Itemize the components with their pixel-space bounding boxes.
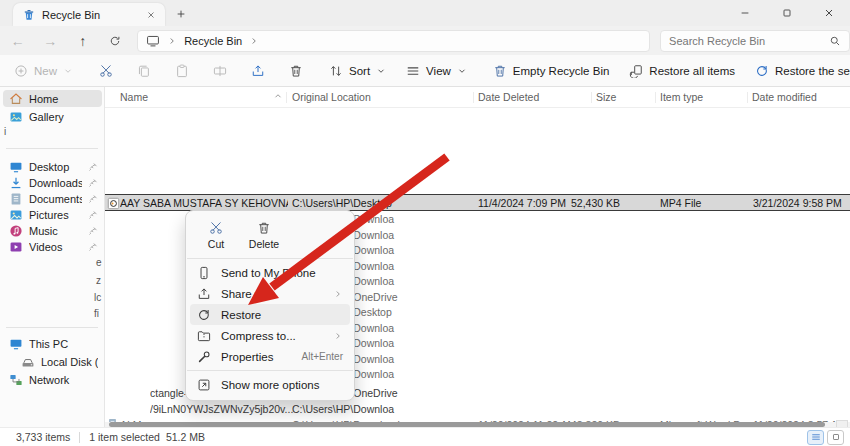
column-header-date-modified[interactable]: Date modified bbox=[752, 91, 817, 103]
chevron-right-icon bbox=[167, 36, 177, 46]
this-pc-icon bbox=[9, 337, 23, 351]
sidebar-item-music[interactable]: Music bbox=[3, 222, 102, 239]
menu-item-share-with[interactable]: Share with bbox=[190, 283, 350, 304]
sidebar-item-label: Videos bbox=[29, 241, 82, 253]
title-bar: Recycle Bin bbox=[0, 0, 850, 26]
home-icon bbox=[9, 92, 23, 106]
column-header-item-type[interactable]: Item type bbox=[660, 91, 703, 103]
cut-button[interactable] bbox=[93, 60, 119, 82]
up-button[interactable]: ↑ bbox=[70, 30, 96, 52]
restore-all-items-label: Restore all items bbox=[649, 65, 735, 77]
sidebar-item-desktop[interactable]: Desktop bbox=[3, 158, 102, 175]
restore-all-icon bbox=[629, 64, 643, 78]
trash-icon bbox=[289, 64, 303, 78]
sidebar-item-documents[interactable]: Documents bbox=[3, 190, 102, 207]
sort-arrows-icon bbox=[329, 64, 343, 78]
sidebar-item-gallery[interactable]: Gallery bbox=[3, 108, 102, 125]
copy-button[interactable] bbox=[131, 60, 157, 82]
large-icons-view-button[interactable] bbox=[827, 430, 844, 445]
menu-item-label: Properties bbox=[221, 351, 292, 363]
search-placeholder: Search Recycle Bin bbox=[669, 35, 829, 47]
menu-item-properties[interactable]: Properties Alt+Enter bbox=[190, 346, 350, 367]
column-header-name[interactable]: Name bbox=[120, 91, 148, 103]
column-divider[interactable] bbox=[286, 92, 287, 103]
sidebar-item-label: Music bbox=[29, 225, 82, 237]
menu-item-show-more-options[interactable]: Show more options bbox=[190, 374, 350, 395]
maximize-icon bbox=[781, 7, 793, 19]
pin-icon bbox=[88, 242, 98, 252]
menu-item-label: Share with bbox=[221, 288, 323, 300]
menu-separator bbox=[187, 370, 353, 371]
menu-item-compress-to[interactable]: Compress to... bbox=[190, 325, 350, 346]
back-button[interactable]: ← bbox=[5, 30, 31, 52]
sidebar-item-label: Pictures bbox=[29, 209, 82, 221]
details-view-icon bbox=[811, 432, 821, 442]
delete-label: Delete bbox=[249, 238, 279, 250]
view-button[interactable]: View bbox=[400, 60, 473, 82]
wrench-icon bbox=[197, 350, 211, 364]
column-divider[interactable] bbox=[655, 92, 656, 103]
context-menu-quick-actions: Cut Delete bbox=[186, 215, 354, 255]
close-button[interactable] bbox=[808, 0, 850, 26]
desktop-root-icon bbox=[146, 34, 160, 48]
sidebar-item-label: This PC bbox=[29, 338, 98, 350]
restore-selected-items-button[interactable]: Restore the selected items bbox=[749, 60, 850, 82]
column-header-date-deleted[interactable]: Date Deleted bbox=[478, 91, 539, 103]
search-box[interactable]: Search Recycle Bin bbox=[660, 30, 850, 52]
navigation-bar: ← → ↑ Recycle Bin Search Recycle Bin bbox=[0, 26, 850, 55]
column-header-size[interactable]: Size bbox=[596, 91, 616, 103]
network-icon bbox=[9, 373, 23, 387]
items-count: 3,733 items bbox=[16, 431, 70, 443]
minimize-icon bbox=[739, 7, 751, 19]
refresh-button[interactable] bbox=[103, 30, 129, 52]
context-cut-button[interactable]: Cut bbox=[194, 218, 238, 253]
column-header-original-location[interactable]: Original Location bbox=[292, 91, 371, 103]
search-icon bbox=[829, 35, 841, 47]
sidebar-item-pictures[interactable]: Pictures bbox=[3, 206, 102, 223]
sort-button-label: Sort bbox=[349, 65, 370, 77]
column-header-row: Name Original Location Date Deleted Size… bbox=[105, 87, 850, 108]
sidebar-item-label: Network bbox=[29, 374, 98, 386]
explorer-body: Home Gallery i Desktop Downloads Documen… bbox=[0, 87, 850, 427]
empty-recycle-bin-button[interactable]: Empty Recycle Bin bbox=[487, 60, 616, 82]
menu-item-label: Restore bbox=[221, 309, 343, 321]
table-row-selected[interactable]: AAY SABA MUSTAFA SY KEHOVNA . C:\Users\H… bbox=[105, 194, 850, 211]
delete-button[interactable] bbox=[283, 60, 309, 82]
tab-close-button[interactable] bbox=[143, 7, 159, 23]
table-row[interactable]: /9iLnN0YWJsZWNvZy5jb20v... C:\Users\HP\D… bbox=[105, 401, 850, 417]
sidebar-item-videos[interactable]: Videos bbox=[3, 238, 102, 255]
context-menu: Cut Delete Send to My Phone Share with R… bbox=[185, 210, 355, 401]
rename-button[interactable] bbox=[207, 60, 233, 82]
documents-icon bbox=[9, 192, 23, 206]
forward-button[interactable]: → bbox=[38, 30, 64, 52]
context-delete-button[interactable]: Delete bbox=[242, 218, 286, 253]
cell-original-location: C:\Users\HP\Downloa bbox=[292, 403, 474, 415]
minimize-button[interactable] bbox=[724, 0, 766, 26]
sidebar-item-home[interactable]: Home bbox=[3, 90, 102, 107]
details-view-button[interactable] bbox=[807, 430, 824, 445]
column-divider[interactable] bbox=[747, 92, 748, 103]
paste-button[interactable] bbox=[169, 60, 195, 82]
menu-item-restore[interactable]: Restore bbox=[190, 304, 350, 325]
restore-icon bbox=[197, 308, 211, 322]
breadcrumb-recycle-bin[interactable]: Recycle Bin bbox=[184, 35, 242, 47]
sidebar-item-this-pc[interactable]: This PC bbox=[3, 335, 102, 352]
clipped-text-fragment: fi bbox=[94, 308, 99, 319]
new-tab-button[interactable] bbox=[172, 5, 190, 23]
column-divider[interactable] bbox=[591, 92, 592, 103]
restore-all-items-button[interactable]: Restore all items bbox=[623, 60, 741, 82]
new-button[interactable]: New bbox=[8, 60, 79, 82]
chevron-down-icon bbox=[457, 66, 467, 76]
sort-button[interactable]: Sort bbox=[323, 60, 392, 82]
address-bar[interactable]: Recycle Bin bbox=[137, 30, 650, 52]
cell-date-modified: 3/21/2024 9:58 PM bbox=[753, 197, 850, 209]
sidebar-item-network[interactable]: Network bbox=[3, 371, 102, 388]
explorer-tab[interactable]: Recycle Bin bbox=[13, 3, 165, 26]
maximize-button[interactable] bbox=[766, 0, 808, 26]
sidebar-item-downloads[interactable]: Downloads bbox=[3, 174, 102, 191]
sidebar-item-local-disk-c[interactable]: Local Disk (C:) bbox=[3, 353, 102, 370]
chevron-right-icon bbox=[333, 331, 343, 341]
share-button[interactable] bbox=[245, 60, 271, 82]
column-divider[interactable] bbox=[473, 92, 474, 103]
menu-item-send-to-my-phone[interactable]: Send to My Phone bbox=[190, 262, 350, 283]
